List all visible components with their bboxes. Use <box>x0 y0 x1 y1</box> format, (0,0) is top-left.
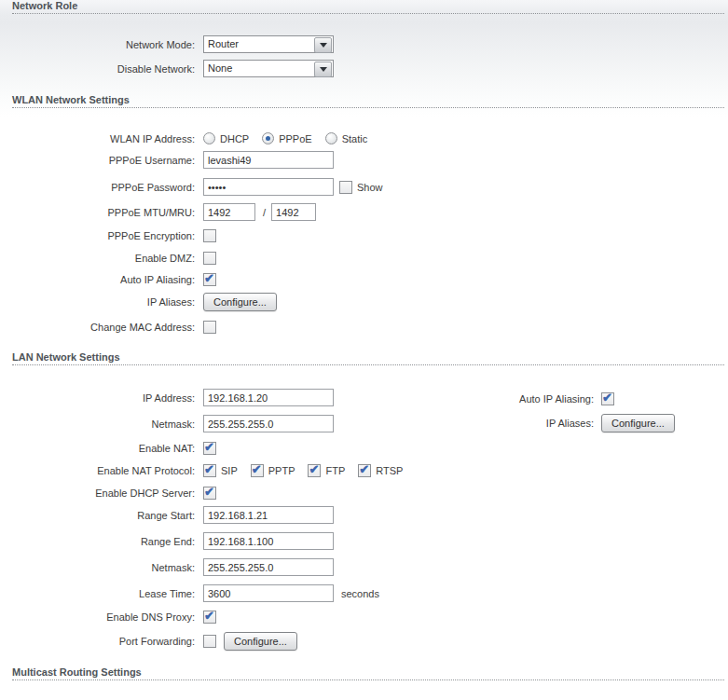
mtu-mru-separator: / <box>263 207 266 218</box>
pppoe-encryption-checkbox[interactable] <box>203 229 216 242</box>
dhcp-netmask-row: Netmask: <box>0 558 334 576</box>
range-end-label: Range End: <box>0 536 203 547</box>
section-header-multicast: Multicast Routing Settings <box>12 666 724 680</box>
change-mac-checkbox[interactable] <box>203 321 216 334</box>
wlan-auto-ip-aliasing-checkbox[interactable] <box>203 273 216 286</box>
network-mode-select[interactable]: Router <box>203 35 334 53</box>
pppoe-password-input[interactable] <box>203 178 334 196</box>
section-header-network-role: Network Role <box>12 0 724 14</box>
nat-protocol-sip-label: SIP <box>221 465 238 476</box>
radio-static[interactable] <box>325 132 337 144</box>
lan-netmask-input[interactable] <box>203 415 334 432</box>
enable-nat-label: Enable NAT: <box>0 443 203 454</box>
pppoe-encryption-label: PPPoE Encryption: <box>0 230 203 241</box>
nat-protocol-ftp-label: FTP <box>325 465 345 476</box>
section-header-lan: LAN Network Settings <box>12 351 724 365</box>
range-end-row: Range End: <box>0 532 334 550</box>
disable-network-select[interactable]: None <box>203 60 334 77</box>
nat-protocol-rtsp-checkbox[interactable] <box>358 464 371 477</box>
range-end-input[interactable] <box>203 532 334 550</box>
pppoe-mru-input[interactable] <box>271 203 316 221</box>
lan-ip-address-label: IP Address: <box>0 392 203 404</box>
port-forwarding-configure-button[interactable]: Configure... <box>224 632 297 651</box>
pppoe-mtu-mru-label: PPPoE MTU/MRU: <box>0 207 203 218</box>
enable-nat-checkbox[interactable] <box>203 442 216 455</box>
section-header-wlan: WLAN Network Settings <box>12 94 724 108</box>
port-forwarding-row: Port Forwarding: Configure... <box>0 632 297 650</box>
pppoe-mtu-input[interactable] <box>203 203 255 221</box>
nat-protocol-pptp-label: PPTP <box>268 465 295 476</box>
pppoe-mtu-mru-row: PPPoE MTU/MRU: / <box>0 203 316 221</box>
radio-dhcp[interactable] <box>203 132 215 144</box>
lan-netmask-label: Netmask: <box>0 419 203 430</box>
pppoe-username-row: PPPoE Username: <box>0 151 334 169</box>
radio-pppoe-label: PPPoE <box>279 133 311 144</box>
nat-protocol-row: Enable NAT Protocol: SIP PPTP FTP RTSP <box>0 461 403 479</box>
lease-time-unit: seconds <box>341 588 379 599</box>
lan-ip-address-input[interactable] <box>203 389 334 406</box>
lan-ip-aliases-label: IP Aliases: <box>401 418 601 429</box>
lan-netmask-row: Netmask: <box>0 415 334 432</box>
show-password-label: Show <box>357 182 383 193</box>
lease-time-input[interactable] <box>203 584 334 602</box>
radio-dhcp-label: DHCP <box>220 133 249 144</box>
chevron-down-icon[interactable] <box>314 37 332 53</box>
change-mac-label: Change MAC Address: <box>0 322 203 333</box>
pppoe-encryption-row: PPPoE Encryption: <box>0 226 216 244</box>
enable-dmz-checkbox[interactable] <box>203 252 216 265</box>
disable-network-row: Disable Network: None <box>0 60 334 77</box>
wlan-ip-address-row: WLAN IP Address: DHCP PPPoE Static <box>0 130 380 147</box>
chevron-down-icon[interactable] <box>314 62 332 77</box>
pppoe-username-label: PPPoE Username: <box>0 155 203 166</box>
network-mode-row: Network Mode: Router <box>0 35 334 53</box>
dhcp-netmask-input[interactable] <box>203 558 334 576</box>
enable-dhcp-label: Enable DHCP Server: <box>0 487 203 499</box>
dropdown-arrow-glyph <box>320 43 327 51</box>
nat-protocol-pptp-checkbox[interactable] <box>251 464 264 477</box>
disable-network-selected-value: None <box>208 62 232 74</box>
enable-nat-row: Enable NAT: <box>0 439 216 457</box>
radio-pppoe[interactable] <box>262 132 274 144</box>
enable-dmz-label: Enable DMZ: <box>0 253 203 264</box>
range-start-label: Range Start: <box>0 510 203 521</box>
wlan-ip-aliases-label: IP Aliases: <box>0 296 203 308</box>
network-mode-selected-value: Router <box>208 38 239 49</box>
range-start-input[interactable] <box>203 506 334 524</box>
lan-auto-ip-aliasing-label: Auto IP Aliasing: <box>401 393 601 405</box>
wlan-ip-address-label: WLAN IP Address: <box>0 133 203 144</box>
lan-auto-ip-aliasing-checkbox[interactable] <box>601 392 614 405</box>
dns-proxy-row: Enable DNS Proxy: <box>0 608 216 625</box>
wlan-ip-aliases-row: IP Aliases: Configure... <box>0 293 277 310</box>
pppoe-password-row: PPPoE Password: Show <box>0 178 383 196</box>
wlan-auto-ip-aliasing-row: Auto IP Aliasing: <box>0 270 216 288</box>
pppoe-password-label: PPPoE Password: <box>0 182 203 193</box>
enable-dmz-row: Enable DMZ: <box>0 249 216 267</box>
range-start-row: Range Start: <box>0 506 334 524</box>
nat-protocol-sip-checkbox[interactable] <box>203 464 216 477</box>
network-mode-label: Network Mode: <box>0 39 203 50</box>
show-password-checkbox[interactable] <box>339 181 352 194</box>
disable-network-label: Disable Network: <box>0 63 203 75</box>
wlan-ip-aliases-configure-button[interactable]: Configure... <box>203 293 277 311</box>
change-mac-row: Change MAC Address: <box>0 318 216 336</box>
dhcp-netmask-label: Netmask: <box>0 562 203 573</box>
nat-protocol-label: Enable NAT Protocol: <box>0 465 203 476</box>
nat-protocol-rtsp-label: RTSP <box>376 465 403 476</box>
network-settings-page: Network Role Network Mode: Router Disabl… <box>0 0 728 700</box>
lease-time-label: Lease Time: <box>0 588 203 599</box>
dns-proxy-label: Enable DNS Proxy: <box>0 611 203 623</box>
dropdown-arrow-glyph <box>320 67 327 75</box>
lease-time-row: Lease Time: seconds <box>0 584 379 602</box>
pppoe-username-input[interactable] <box>203 151 334 169</box>
enable-dhcp-checkbox[interactable] <box>203 487 216 500</box>
dns-proxy-checkbox[interactable] <box>203 611 216 624</box>
enable-dhcp-row: Enable DHCP Server: <box>0 484 216 501</box>
lan-ip-aliases-row: IP Aliases: Configure... <box>401 414 675 432</box>
lan-auto-ip-aliasing-row: Auto IP Aliasing: <box>401 390 614 407</box>
port-forwarding-checkbox[interactable] <box>203 635 216 648</box>
port-forwarding-label: Port Forwarding: <box>0 636 203 647</box>
nat-protocol-ftp-checkbox[interactable] <box>308 464 321 477</box>
lan-ip-aliases-configure-button[interactable]: Configure... <box>601 414 675 432</box>
lan-ip-address-row: IP Address: <box>0 389 334 406</box>
radio-static-label: Static <box>342 133 368 144</box>
